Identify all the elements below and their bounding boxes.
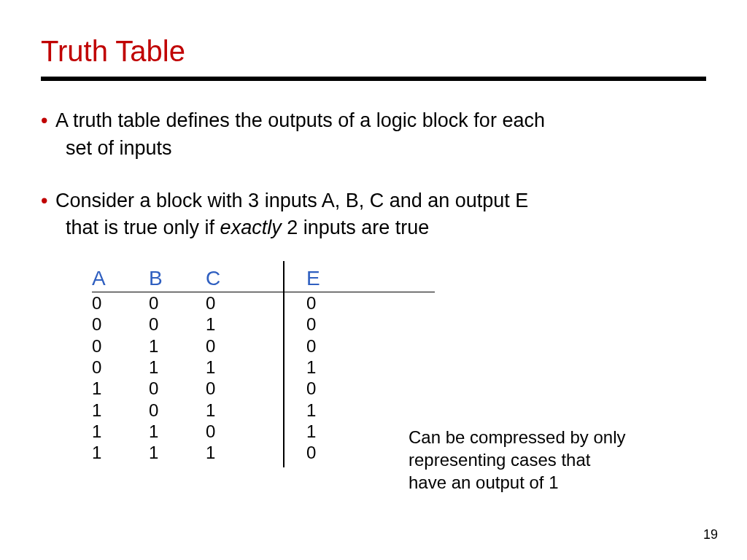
cell: 1	[149, 442, 206, 463]
cell: 1	[149, 357, 206, 378]
table-body: 0 0 0 0 0 0 1 0 0 1 0 0 0 1	[92, 292, 435, 463]
cell: 0	[92, 357, 149, 378]
bullet-list: •A truth table defines the outputs of a …	[41, 107, 706, 242]
cell: 1	[92, 378, 149, 399]
table-row: 1 0 1 1	[92, 400, 435, 421]
cell: 0	[149, 378, 206, 399]
table-vertical-separator	[283, 261, 285, 467]
col-header-B: B	[149, 267, 206, 292]
table-row: 0 0 0 0	[92, 292, 435, 314]
compression-note: Can be compressed by only representing c…	[409, 426, 671, 494]
col-gap	[263, 267, 306, 292]
cell: 1	[306, 421, 363, 442]
cell: 0	[92, 314, 149, 335]
bullet-2-line2-em: exactly	[220, 217, 282, 238]
cell: 1	[206, 357, 263, 378]
bullet-2-line2: that is true only if exactly 2 inputs ar…	[41, 214, 706, 242]
slide: Truth Table •A truth table defines the o…	[0, 0, 747, 560]
bullet-1-line1: A truth table defines the outputs of a l…	[55, 109, 545, 131]
title-rule	[41, 77, 706, 81]
cell: 0	[92, 292, 149, 314]
bullet-2: •Consider a block with 3 inputs A, B, C …	[41, 187, 706, 243]
bullet-1-line2: set of inputs	[41, 135, 706, 163]
cell: 0	[206, 421, 263, 442]
cell: 0	[306, 442, 363, 463]
col-header-A: A	[92, 267, 149, 292]
cell: 0	[206, 335, 263, 357]
slide-title: Truth Table	[41, 35, 706, 68]
table-row: 1 1 0 1	[92, 421, 435, 442]
bullet-2-line2-pre: that is true only if	[66, 217, 220, 238]
bullet-dot-icon: •	[41, 107, 55, 135]
table-row: 0 1 0 0	[92, 335, 435, 357]
table-row: 0 0 1 0	[92, 314, 435, 335]
note-line2: representing cases that	[409, 448, 671, 471]
cell: 1	[92, 400, 149, 421]
cell: 0	[149, 314, 206, 335]
table-row: 0 1 1 1	[92, 357, 435, 378]
cell: 1	[92, 421, 149, 442]
bullet-dot-icon: •	[41, 187, 55, 215]
cell: 0	[306, 314, 363, 335]
col-header-C: C	[206, 267, 263, 292]
note-line3: have an output of 1	[409, 471, 671, 494]
cell: 0	[206, 378, 263, 399]
page-number: 19	[703, 527, 718, 542]
table-header-row: A B C E	[92, 267, 435, 292]
cell: 0	[306, 292, 363, 314]
cell: 1	[206, 442, 263, 463]
cell: 0	[149, 400, 206, 421]
cell: 1	[306, 357, 363, 378]
cell: 0	[206, 292, 263, 314]
cell: 0	[306, 335, 363, 357]
cell: 1	[149, 335, 206, 357]
cell: 1	[149, 421, 206, 442]
bullet-1: •A truth table defines the outputs of a …	[41, 107, 706, 163]
bullet-2-line1: Consider a block with 3 inputs A, B, C a…	[55, 190, 528, 211]
cell: 1	[206, 400, 263, 421]
cell: 0	[306, 378, 363, 399]
cell: 1	[206, 314, 263, 335]
cell: 1	[92, 442, 149, 463]
col-header-E: E	[306, 267, 363, 292]
cell: 0	[149, 292, 206, 314]
table-row: 1 1 1 0	[92, 442, 435, 463]
cell: 0	[92, 335, 149, 357]
truth-table: A B C E 0 0 0 0 0 0 1 0 0	[92, 267, 435, 463]
cell: 1	[306, 400, 363, 421]
note-line1: Can be compressed by only	[409, 426, 671, 448]
table-row: 1 0 0 0	[92, 378, 435, 399]
bullet-2-line2-post: 2 inputs are true	[282, 217, 430, 238]
